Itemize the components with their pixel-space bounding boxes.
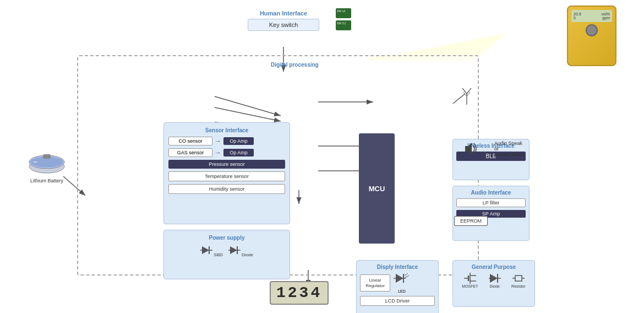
arrow-1: →	[215, 137, 221, 145]
mosfet-symbol	[464, 273, 476, 284]
speaker-line2: or	[494, 146, 523, 152]
lcd-display: 1234	[270, 281, 329, 305]
battery-icon	[28, 154, 66, 174]
sensor-interface-section: Sensor Interface CO sensor → Op Amp GAS …	[163, 122, 290, 224]
svg-marker-38	[490, 274, 498, 283]
svg-rect-54	[43, 154, 51, 159]
power-supply-section: Power supply SBD	[163, 230, 290, 279]
sbd-component: SBD	[200, 245, 223, 257]
svg-line-30	[405, 276, 409, 278]
device-value2: 0	[574, 16, 576, 20]
resistor-symbol	[512, 273, 525, 284]
switch-chip-2	[336, 20, 351, 30]
resistor-label: Resistor	[511, 284, 526, 288]
general-purpose-label: General Purpose	[456, 264, 531, 270]
diode-gen-symbol	[489, 273, 501, 284]
humidity-sensor-tag: Humidity sensor	[168, 184, 285, 194]
key-switch-box: Key switch	[248, 19, 319, 31]
diode-label: Diode	[242, 252, 253, 257]
device-mockup: 20.9 vol% 0 ppm	[567, 6, 627, 66]
main-box: Digital processing Sensor Interface CO s…	[77, 55, 479, 276]
svg-line-47	[467, 88, 471, 94]
mcu-label: MCU	[369, 185, 385, 193]
switch-area	[336, 8, 369, 47]
diode-component: Diode	[228, 245, 253, 257]
op-amp-1: Op Amp	[223, 137, 254, 145]
power-supply-label: Power supply	[168, 235, 285, 241]
svg-rect-42	[515, 276, 522, 281]
battery-area: Lithium Battery	[28, 154, 66, 184]
co-sensor-tag: CO sensor	[168, 137, 212, 145]
svg-line-46	[462, 88, 467, 94]
diode-gen-component: Diode	[484, 273, 506, 288]
display-interface-label: Disply Interface	[360, 264, 435, 270]
diode-symbol	[228, 245, 241, 255]
battery-label: Lithium Battery	[28, 178, 66, 184]
svg-marker-27	[396, 274, 403, 283]
speaker-icon	[464, 141, 478, 157]
antenna-icon	[461, 85, 472, 105]
audio-interface-label: Audio Interface	[456, 190, 526, 196]
mosfet-label: MOSFET	[462, 284, 478, 288]
svg-marker-50	[465, 143, 472, 155]
sbd-symbol	[200, 245, 212, 255]
mosfet-component: MOSFET	[456, 273, 484, 288]
speaker-line3: Buzzer Spea	[494, 152, 523, 157]
lcd-driver-tag: LCD Driver	[360, 296, 435, 306]
human-interface-label: Human Interface	[248, 10, 319, 17]
svg-line-29	[405, 273, 408, 276]
svg-marker-23	[230, 246, 237, 254]
diode-gen-label: Diode	[489, 284, 499, 288]
device-value1: 20.9	[574, 12, 581, 16]
digital-processing-label: Digital processing	[271, 62, 319, 68]
svg-marker-19	[202, 246, 209, 254]
speaker-area: Audio Speak or Buzzer Spea	[464, 141, 523, 157]
sbd-label: SBD	[214, 252, 222, 257]
speaker-line1: Audio Speak	[494, 141, 523, 146]
co-sensor-row: CO sensor → Op Amp	[168, 137, 285, 145]
mcu-block: MCU	[359, 133, 395, 244]
speaker-text: Audio Speak or Buzzer Spea	[494, 141, 523, 157]
sensor-interface-label: Sensor Interface	[168, 127, 285, 133]
pressure-sensor-tag: Pressure sensor	[168, 160, 285, 169]
display-interface-section: Disply Interface LinearRegulator LED LCD…	[356, 260, 439, 313]
resistor-component: Resistor	[505, 273, 531, 288]
audio-interface-section: Audio Interface LP filter SP Amp	[452, 186, 530, 241]
lcd-value: 1234	[276, 284, 322, 301]
gas-sensor-tag: GAS sensor	[168, 148, 212, 157]
op-amp-2: Op Amp	[223, 149, 254, 156]
lp-filter-tag: LP filter	[456, 198, 526, 207]
general-purpose-section: General Purpose MOSFET	[452, 260, 535, 307]
temperature-sensor-tag: Temperature sensor	[168, 171, 285, 181]
antenna-symbol	[461, 85, 472, 107]
eeprom-tag: EEPROM	[454, 216, 488, 226]
human-interface-section: Human Interface Key switch	[248, 10, 319, 31]
device-unit1: vol%	[602, 12, 610, 16]
led-symbol: LED	[394, 273, 410, 293]
led-label: LED	[394, 289, 410, 293]
switch-chip-1	[336, 8, 351, 18]
linear-regulator-tag: LinearRegulator	[360, 274, 390, 292]
arrow-2: →	[215, 149, 221, 156]
gas-sensor-row: GAS sensor → Op Amp	[168, 148, 285, 157]
diagram-container: 20.9 vol% 0 ppm Human Interface Key swit…	[0, 0, 644, 313]
device-unit2: ppm	[602, 16, 610, 20]
